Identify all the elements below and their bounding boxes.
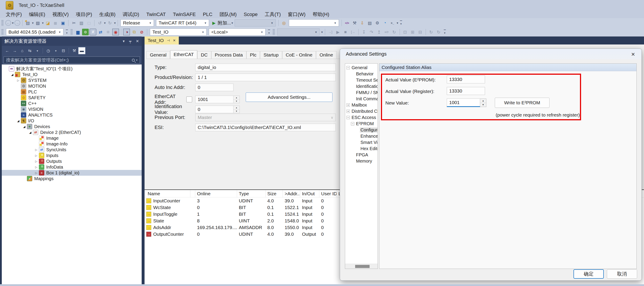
- subtab-coe-online[interactable]: CoE - Online: [282, 51, 316, 59]
- xml-editor-icon[interactable]: [344, 20, 350, 26]
- settings-tree-item[interactable]: Identification: [345, 83, 378, 90]
- tree-item[interactable]: ▷ SyncUnits: [2, 147, 142, 152]
- grid-column-header[interactable]: >Addr...: [283, 190, 300, 197]
- edit-twincat-icon[interactable]: [82, 29, 89, 35]
- sync-status-icon[interactable]: [382, 20, 388, 26]
- grid-column-header[interactable]: Size: [266, 190, 283, 197]
- tree-item[interactable]: ◢ I/O: [2, 118, 142, 124]
- show-files-icon[interactable]: [131, 29, 138, 35]
- menu-item[interactable]: Scope: [240, 11, 261, 18]
- navigate-back-icon[interactable]: [5, 20, 11, 26]
- copy-icon[interactable]: [78, 20, 85, 26]
- subtab-online[interactable]: Online: [316, 51, 337, 59]
- restart-twincat-icon[interactable]: [112, 29, 119, 35]
- collapsed-arrow-icon[interactable]: ▷: [34, 148, 39, 152]
- settings-tree-item[interactable]: +Mailbox: [345, 102, 378, 108]
- subtab-plc[interactable]: Plc: [246, 51, 260, 59]
- close-icon[interactable]: ✕: [629, 50, 638, 58]
- tree-item[interactable]: SAFETY: [2, 95, 142, 100]
- menu-item[interactable]: 项目(P): [72, 11, 96, 18]
- toggle-freerun-icon[interactable]: [123, 29, 130, 35]
- collapsed-arrow-icon[interactable]: ▷: [34, 171, 39, 174]
- tree-item[interactable]: PLC: [2, 89, 142, 95]
- tree-item[interactable]: ◢ Test_IO: [2, 72, 142, 78]
- twincat-project-icon[interactable]: [74, 29, 81, 35]
- reload-devices-icon[interactable]: [97, 29, 104, 35]
- tree-horizontal-scrollbar[interactable]: [345, 264, 378, 269]
- tree-item[interactable]: ▷ Outputs: [2, 158, 142, 164]
- new-breakpoint-icon[interactable]: [410, 29, 416, 35]
- navigate-forward-icon[interactable]: [14, 20, 20, 26]
- search-icon[interactable]: [132, 59, 135, 62]
- project-combo[interactable]: Test_IO▾: [150, 28, 206, 36]
- auto-inc-addr-field[interactable]: 0: [195, 84, 234, 91]
- settings-tree-item[interactable]: Enhanced L: [345, 133, 378, 139]
- step-out-icon[interactable]: [376, 29, 382, 35]
- toolbar-overflow-icon[interactable]: ▔▾: [66, 30, 68, 34]
- grid-column-header[interactable]: Online: [195, 190, 237, 197]
- collapsed-arrow-icon[interactable]: ▷: [34, 166, 39, 169]
- logout-icon[interactable]: [350, 29, 356, 35]
- tree-item[interactable]: C++: [2, 100, 142, 106]
- attach-button[interactable]: 附加...: [218, 20, 231, 26]
- settings-tree-item[interactable]: FPGA: [345, 152, 378, 158]
- build-version-combo[interactable]: Build 4024.55 (Loaded▾: [6, 28, 64, 36]
- menu-item[interactable]: 编辑(E): [25, 11, 49, 18]
- menu-item[interactable]: TwinCAT: [143, 11, 170, 18]
- grid-column-header[interactable]: Type: [237, 190, 266, 197]
- menu-item[interactable]: 团队(M): [216, 11, 240, 18]
- sync-with-active-icon[interactable]: ⇆: [26, 47, 33, 54]
- menu-item[interactable]: PLC: [199, 11, 216, 18]
- scrollbar-thumb[interactable]: [355, 265, 370, 268]
- document-tab-test-io[interactable]: Test_IO ⊣ ✕: [144, 36, 179, 44]
- attach-play-icon[interactable]: [210, 20, 217, 26]
- settings-tree-item[interactable]: FMMU / SM: [345, 90, 378, 96]
- settings-gear-icon[interactable]: [374, 20, 381, 26]
- grid-column-header[interactable]: Name: [146, 190, 190, 197]
- expanded-arrow-icon[interactable]: ◢: [16, 119, 21, 122]
- ok-button[interactable]: 确定: [574, 269, 604, 279]
- chevron-down-icon[interactable]: ▾: [232, 21, 233, 25]
- collapsed-arrow-icon[interactable]: ▷: [34, 160, 39, 163]
- chevron-down-icon[interactable]: ▾: [136, 58, 138, 62]
- tree-item[interactable]: ▷ Box 1 (digital_io): [2, 170, 142, 176]
- pending-changes-filter-icon[interactable]: ◷: [45, 47, 52, 54]
- subtab-ethercat[interactable]: EtherCAT: [170, 50, 198, 59]
- archive-icon[interactable]: [366, 20, 373, 26]
- flow-control2-icon[interactable]: [436, 29, 442, 35]
- collapse-minus-icon[interactable]: −: [351, 122, 354, 126]
- command-window-icon[interactable]: [389, 20, 396, 26]
- show-realtime-icon[interactable]: [138, 29, 145, 35]
- show-call-stack-icon[interactable]: [384, 29, 390, 35]
- settings-tree-item[interactable]: Smart View: [345, 139, 378, 146]
- settings-tree-item[interactable]: +Distributed Clo: [345, 108, 378, 114]
- save-all-icon[interactable]: [60, 20, 66, 26]
- breakpoint-icon[interactable]: [402, 29, 408, 35]
- settings-tree-item[interactable]: Timeout Setti: [345, 77, 378, 83]
- settings-tree-item[interactable]: Init Comman: [345, 96, 378, 102]
- dialog-title-bar[interactable]: Advanced Settings: [340, 49, 642, 60]
- settings-tree-item[interactable]: Hex Editor: [345, 146, 378, 152]
- chevron-down-icon[interactable]: ▾: [114, 21, 116, 25]
- menu-item[interactable]: 生成(B): [96, 11, 119, 18]
- settings-tree-item[interactable]: −ESC Access: [345, 114, 378, 120]
- flow-control-icon[interactable]: [428, 29, 434, 35]
- preview-selected-items-icon[interactable]: ▬: [78, 47, 86, 54]
- tree-item[interactable]: Mappings: [2, 176, 142, 182]
- expanded-arrow-icon[interactable]: ◢: [10, 73, 15, 76]
- write-to-eeprom-button[interactable]: Write to E²PROM: [495, 98, 550, 108]
- new-value-spinner[interactable]: ▲▼: [480, 98, 486, 107]
- expand-plus-icon[interactable]: +: [346, 104, 350, 107]
- grid-column-header[interactable]: In/Out: [300, 190, 319, 197]
- menu-item[interactable]: 视图(V): [49, 11, 72, 18]
- start-icon[interactable]: [335, 29, 341, 35]
- subtab-process-data[interactable]: Process Data: [211, 51, 246, 59]
- disable-breakpoints-icon[interactable]: [417, 29, 424, 35]
- tree-item[interactable]: ▷ InfoData: [2, 164, 142, 170]
- tree-item[interactable]: Image: [2, 135, 142, 141]
- collapse-minus-icon[interactable]: −: [346, 66, 350, 70]
- expanded-arrow-icon[interactable]: ◢: [22, 125, 27, 128]
- toolbar-grip[interactable]: [70, 29, 73, 35]
- toolbar-overflow-icon[interactable]: ▔▾: [400, 21, 402, 25]
- ethercat-addr-field[interactable]: 1001: [195, 96, 234, 103]
